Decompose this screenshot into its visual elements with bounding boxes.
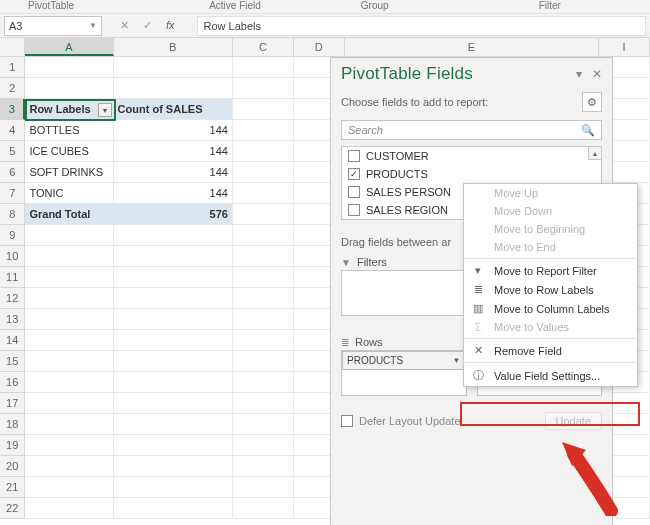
cell[interactable] [114, 246, 233, 267]
name-box-dropdown-icon[interactable]: ▼ [89, 21, 97, 30]
cell[interactable] [233, 204, 294, 225]
gear-icon[interactable]: ⚙ [582, 92, 602, 112]
cell[interactable] [233, 141, 294, 162]
row-header[interactable]: 18 [0, 414, 25, 435]
cell[interactable] [25, 456, 113, 477]
cell[interactable] [114, 225, 233, 246]
row-header[interactable]: 6 [0, 162, 25, 183]
zone-rows[interactable]: PRODUCTS▼ [341, 350, 467, 396]
row-header[interactable]: 11 [0, 267, 25, 288]
col-header-C[interactable]: C [233, 38, 294, 56]
checkbox-icon[interactable] [348, 204, 360, 216]
rows-chip-products[interactable]: PRODUCTS▼ [342, 351, 466, 370]
cell[interactable]: TONIC [25, 183, 113, 204]
field-list-scroll-up[interactable]: ▴ [588, 146, 602, 160]
cell[interactable] [233, 120, 294, 141]
cell[interactable] [25, 288, 113, 309]
col-header-E[interactable]: E [345, 38, 599, 56]
cell[interactable]: Grand Total [25, 204, 113, 225]
cell[interactable] [114, 330, 233, 351]
cell[interactable] [233, 225, 294, 246]
cell[interactable] [233, 183, 294, 204]
cell[interactable] [114, 477, 233, 498]
row-header[interactable]: 1 [0, 57, 25, 78]
col-header-B[interactable]: B [114, 38, 233, 56]
cell[interactable] [114, 288, 233, 309]
row-header[interactable]: 14 [0, 330, 25, 351]
cell[interactable] [233, 99, 294, 120]
row-header[interactable]: 21 [0, 477, 25, 498]
menu-item[interactable]: ✕Remove Field [464, 341, 637, 360]
cancel-icon[interactable]: ✕ [120, 19, 129, 32]
field-item[interactable]: ✓PRODUCTS [342, 165, 601, 183]
cell[interactable]: 144 [114, 162, 233, 183]
cell[interactable] [233, 309, 294, 330]
cell[interactable] [233, 498, 294, 519]
cell[interactable] [114, 414, 233, 435]
row-header[interactable]: 13 [0, 309, 25, 330]
row-header[interactable]: 8 [0, 204, 25, 225]
cell[interactable] [233, 477, 294, 498]
enter-icon[interactable]: ✓ [143, 19, 152, 32]
row-header[interactable]: 22 [0, 498, 25, 519]
select-all-corner[interactable] [0, 38, 25, 56]
cell[interactable]: 144 [114, 120, 233, 141]
cell[interactable]: BOTTLES [25, 120, 113, 141]
cell[interactable] [25, 309, 113, 330]
checkbox-icon[interactable] [348, 150, 360, 162]
row-header[interactable]: 7 [0, 183, 25, 204]
pane-close-icon[interactable]: ✕ [592, 67, 602, 81]
cell[interactable] [114, 351, 233, 372]
field-item[interactable]: CUSTOMER [342, 147, 601, 165]
row-header[interactable]: 3 [0, 99, 25, 120]
cell[interactable] [233, 372, 294, 393]
cell[interactable] [25, 78, 113, 99]
menu-item[interactable]: ⓘValue Field Settings... [464, 365, 637, 386]
cell[interactable] [114, 372, 233, 393]
menu-item[interactable]: ▾Move to Report Filter [464, 261, 637, 280]
cell[interactable] [25, 498, 113, 519]
menu-item[interactable]: ≣Move to Row Labels [464, 280, 637, 299]
col-header-I[interactable]: I [599, 38, 650, 56]
cell[interactable] [233, 78, 294, 99]
row-header[interactable]: 15 [0, 351, 25, 372]
defer-checkbox[interactable] [341, 415, 353, 427]
cell[interactable] [114, 309, 233, 330]
checkbox-icon[interactable] [348, 186, 360, 198]
cell[interactable] [233, 162, 294, 183]
cell[interactable] [25, 435, 113, 456]
cell[interactable]: 144 [114, 141, 233, 162]
cell[interactable] [114, 267, 233, 288]
cell[interactable] [233, 456, 294, 477]
cell[interactable] [233, 414, 294, 435]
col-header-A[interactable]: A [25, 38, 113, 56]
cell[interactable] [233, 57, 294, 78]
row-header[interactable]: 16 [0, 372, 25, 393]
menu-item[interactable]: ▥Move to Column Labels [464, 299, 637, 318]
chevron-down-icon[interactable]: ▼ [453, 356, 461, 365]
cell[interactable] [25, 267, 113, 288]
row-header[interactable]: 10 [0, 246, 25, 267]
row-header[interactable]: 12 [0, 288, 25, 309]
cell[interactable] [25, 477, 113, 498]
cell[interactable]: 144 [114, 183, 233, 204]
cell[interactable] [233, 288, 294, 309]
name-box[interactable]: A3 ▼ [4, 16, 102, 36]
cell[interactable] [233, 246, 294, 267]
cell[interactable] [114, 393, 233, 414]
row-header[interactable]: 17 [0, 393, 25, 414]
cell[interactable]: Count of SALES [114, 99, 233, 120]
formula-text[interactable]: Row Labels [197, 16, 646, 36]
checkbox-icon[interactable]: ✓ [348, 168, 360, 180]
search-input[interactable]: Search 🔍 [341, 120, 602, 140]
cell[interactable]: ICE CUBES [25, 141, 113, 162]
cell[interactable] [114, 435, 233, 456]
cell[interactable] [114, 456, 233, 477]
cell[interactable] [233, 330, 294, 351]
cell[interactable] [25, 351, 113, 372]
cell[interactable] [233, 435, 294, 456]
cell[interactable]: SOFT DRINKS [25, 162, 113, 183]
cell[interactable] [25, 330, 113, 351]
cell[interactable]: 576 [114, 204, 233, 225]
fx-icon[interactable]: fx [166, 19, 183, 32]
